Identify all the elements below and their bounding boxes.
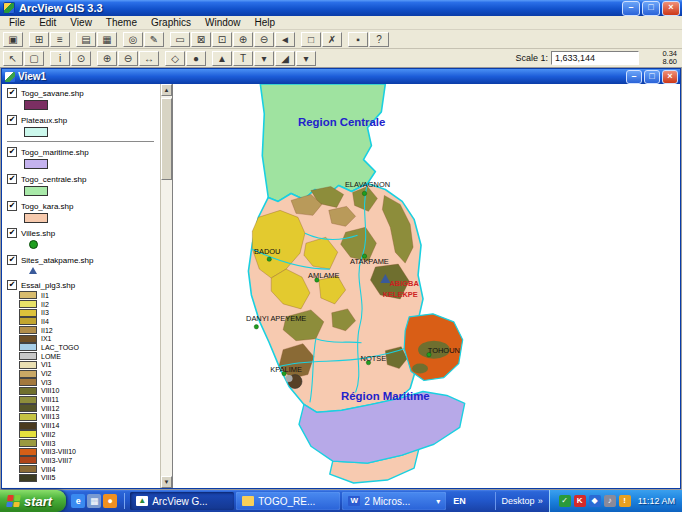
view1-titlebar[interactable]: View1 – □ × bbox=[2, 69, 680, 84]
map-canvas[interactable]: Region Centrale Région Maritime ELAVAGNO… bbox=[173, 84, 680, 488]
tray-volume-icon[interactable]: ♪ bbox=[604, 495, 616, 507]
text-tool-dropdown[interactable]: ▾ bbox=[254, 51, 274, 66]
save-project-button[interactable]: ▣ bbox=[3, 32, 23, 47]
scroll-down-arrow[interactable]: ▼ bbox=[161, 476, 172, 488]
legend-class-row[interactable]: II2 bbox=[7, 300, 158, 309]
close-button[interactable]: × bbox=[662, 1, 680, 16]
zoom-in-tool[interactable]: ⊕ bbox=[97, 51, 117, 66]
zoom-out-button[interactable]: ⊖ bbox=[254, 32, 274, 47]
tray-updates-icon[interactable]: ! bbox=[619, 495, 631, 507]
zoom-previous-button[interactable]: ◄ bbox=[275, 32, 295, 47]
view-maximize-button[interactable]: □ bbox=[644, 70, 660, 84]
legend-class-row[interactable]: VIII11 bbox=[7, 395, 158, 404]
menu-edit[interactable]: Edit bbox=[32, 17, 63, 28]
zoom-selected-button[interactable]: ⊡ bbox=[212, 32, 232, 47]
desktop-toolbar[interactable]: Desktop » bbox=[495, 492, 549, 510]
add-theme-button[interactable]: ⊞ bbox=[29, 32, 49, 47]
quicklaunch-media-player-icon[interactable]: ● bbox=[103, 494, 117, 508]
chevron-icon[interactable]: » bbox=[538, 496, 543, 506]
query-builder-button[interactable]: ✎ bbox=[144, 32, 164, 47]
theme-checkbox[interactable]: ✔ bbox=[7, 255, 17, 265]
zoom-out-tool[interactable]: ⊖ bbox=[118, 51, 138, 66]
language-indicator[interactable]: EN bbox=[447, 496, 472, 506]
legend-theme-villes[interactable]: ✔ Villes.shp bbox=[7, 227, 158, 249]
legend-class-row[interactable]: VIII3-VIII10 bbox=[7, 447, 158, 456]
label-tool[interactable]: ▲ bbox=[212, 51, 232, 66]
scroll-track[interactable] bbox=[161, 96, 172, 476]
legend-scrollbar[interactable]: ▲ ▼ bbox=[160, 84, 172, 488]
legend-class-row[interactable]: VI2 bbox=[7, 369, 158, 378]
legend-class-row[interactable]: VIII3-VIII7 bbox=[7, 456, 158, 465]
view-close-button[interactable]: × bbox=[662, 70, 678, 84]
edit-legend-button[interactable]: ▤ bbox=[76, 32, 96, 47]
legend-theme-essai-plg3[interactable]: ✔ Essai_plg3.shp II1 bbox=[7, 279, 158, 482]
quicklaunch-show-desktop-icon[interactable]: ▦ bbox=[87, 494, 101, 508]
theme-checkbox[interactable]: ✔ bbox=[7, 115, 17, 125]
measure-tool[interactable]: ◇ bbox=[165, 51, 185, 66]
scale-input[interactable]: 1,633,144 bbox=[551, 51, 639, 65]
zoom-in-button[interactable]: ⊕ bbox=[233, 32, 253, 47]
legend-class-row[interactable]: II3 bbox=[7, 308, 158, 317]
zoom-active-theme-button[interactable]: ⊠ bbox=[191, 32, 211, 47]
legend-class-row[interactable]: VI3 bbox=[7, 378, 158, 387]
theme-checkbox[interactable]: ✔ bbox=[7, 280, 17, 290]
identify-tool[interactable]: i bbox=[50, 51, 70, 66]
tray-kaspersky-icon[interactable]: K bbox=[574, 495, 586, 507]
hotlink-button[interactable]: ▪ bbox=[348, 32, 368, 47]
task-button-togo-folder[interactable]: TOGO_RE... bbox=[236, 492, 340, 510]
theme-checkbox[interactable]: ✔ bbox=[7, 201, 17, 211]
legend-class-row[interactable]: LOME bbox=[7, 352, 158, 361]
legend-class-row[interactable]: VIII5 bbox=[7, 473, 158, 482]
tray-network-icon[interactable]: ◆ bbox=[589, 495, 601, 507]
menu-help[interactable]: Help bbox=[248, 17, 283, 28]
task-button-word-group[interactable]: W 2 Micros... ▾ bbox=[342, 492, 446, 510]
legend-class-row[interactable]: VIII3 bbox=[7, 439, 158, 448]
draw-tool[interactable]: ◢ bbox=[275, 51, 295, 66]
legend-class-row[interactable]: VIII14 bbox=[7, 421, 158, 430]
minimize-button[interactable]: – bbox=[622, 1, 640, 16]
text-tool[interactable]: T bbox=[233, 51, 253, 66]
legend-theme-togo-maritime[interactable]: ✔ Togo_maritime.shp bbox=[7, 146, 158, 169]
scroll-up-arrow[interactable]: ▲ bbox=[161, 84, 172, 96]
menu-file[interactable]: File bbox=[2, 17, 32, 28]
theme-checkbox[interactable]: ✔ bbox=[7, 147, 17, 157]
menu-view[interactable]: View bbox=[63, 17, 99, 28]
task-button-arcview[interactable]: ▲ ArcView G... bbox=[130, 492, 234, 510]
theme-checkbox[interactable]: ✔ bbox=[7, 174, 17, 184]
open-theme-table-button[interactable]: ▦ bbox=[97, 32, 117, 47]
clear-selection-button[interactable]: ✗ bbox=[322, 32, 342, 47]
draw-tool-dropdown[interactable]: ▾ bbox=[296, 51, 316, 66]
legend-theme-sites-atakpame[interactable]: ✔ Sites_atakpame.shp bbox=[7, 254, 158, 274]
menu-graphics[interactable]: Graphics bbox=[144, 17, 198, 28]
maximize-button[interactable]: □ bbox=[642, 1, 660, 16]
tray-antivirus-icon[interactable]: ✓ bbox=[559, 495, 571, 507]
legend-class-row[interactable]: II1 bbox=[7, 291, 158, 300]
theme-checkbox[interactable]: ✔ bbox=[7, 88, 17, 98]
vertex-edit-tool[interactable]: ▢ bbox=[24, 51, 44, 66]
hotlink-tool[interactable]: ● bbox=[186, 51, 206, 66]
pointer-tool[interactable]: ↖ bbox=[3, 51, 23, 66]
legend-theme-togo-savane[interactable]: ✔ Togo_savane.shp bbox=[7, 87, 158, 110]
legend-class-row[interactable]: LAC_TOGO bbox=[7, 343, 158, 352]
legend-theme-togo-centrale[interactable]: ✔ Togo_centrale.shp bbox=[7, 173, 158, 196]
theme-checkbox[interactable]: ✔ bbox=[7, 228, 17, 238]
legend-class-row[interactable]: IX1 bbox=[7, 334, 158, 343]
find-button[interactable]: ◎ bbox=[123, 32, 143, 47]
select-features-button[interactable]: □ bbox=[301, 32, 321, 47]
help-button[interactable]: ? bbox=[369, 32, 389, 47]
legend-theme-togo-kara[interactable]: ✔ Togo_kara.shp bbox=[7, 200, 158, 223]
scroll-thumb[interactable] bbox=[161, 98, 172, 180]
theme-properties-button[interactable]: ≡ bbox=[50, 32, 70, 47]
legend-class-row[interactable]: VIII2 bbox=[7, 430, 158, 439]
menu-theme[interactable]: Theme bbox=[99, 17, 144, 28]
start-button[interactable]: start bbox=[0, 490, 66, 512]
legend-class-row[interactable]: VIII13 bbox=[7, 413, 158, 422]
legend-class-row[interactable]: II4 bbox=[7, 317, 158, 326]
legend-class-row[interactable]: II12 bbox=[7, 326, 158, 335]
pan-tool[interactable]: ↔ bbox=[139, 51, 159, 66]
legend-theme-plateaux[interactable]: ✔ Plateaux.shp bbox=[7, 114, 158, 137]
legend-class-row[interactable]: VIII10 bbox=[7, 387, 158, 396]
view-minimize-button[interactable]: – bbox=[626, 70, 642, 84]
legend-class-row[interactable]: VIII4 bbox=[7, 465, 158, 474]
select-feature-tool[interactable]: ⊙ bbox=[71, 51, 91, 66]
